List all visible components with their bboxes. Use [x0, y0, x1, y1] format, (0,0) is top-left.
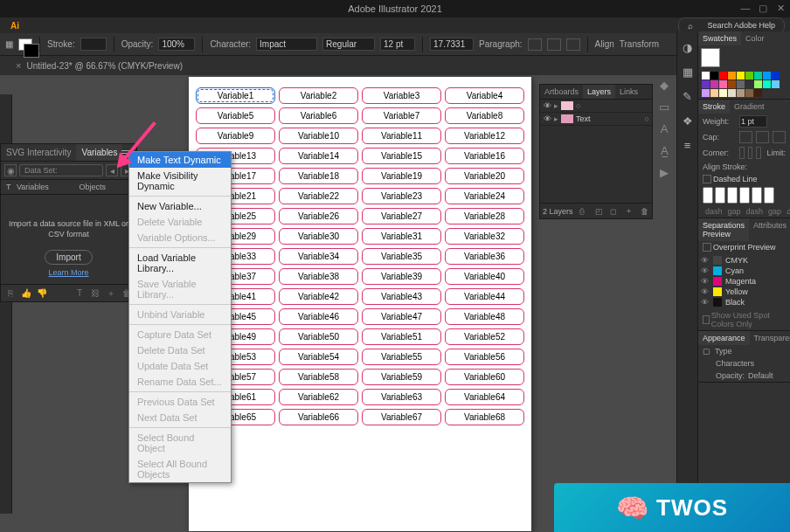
- variable-cell[interactable]: Variable63: [362, 389, 441, 405]
- swatch[interactable]: [745, 72, 753, 79]
- swatch[interactable]: [737, 89, 745, 97]
- chevron-right-icon[interactable]: ▸: [554, 114, 558, 123]
- variable-cell[interactable]: Variable3: [362, 87, 441, 104]
- variable-cell[interactable]: Variable31: [362, 228, 441, 245]
- separation-row[interactable]: 👁CMYK: [701, 255, 787, 266]
- swatch[interactable]: [719, 72, 727, 79]
- variable-cell[interactable]: Variable11: [362, 128, 441, 144]
- variable-cell[interactable]: Variable19: [362, 168, 441, 184]
- menu-load-library[interactable]: Load Variable Library...: [129, 250, 231, 276]
- variable-cell[interactable]: Variable44: [445, 288, 524, 305]
- tab-swatches[interactable]: Swatches: [698, 31, 741, 45]
- align-center-icon[interactable]: [547, 38, 561, 51]
- variable-cell[interactable]: Variable18: [279, 168, 358, 184]
- learn-more-link[interactable]: Learn More: [1, 266, 136, 284]
- target-icon[interactable]: ○: [576, 101, 580, 110]
- minimize-icon[interactable]: —: [739, 2, 752, 14]
- corner-miter-icon[interactable]: [739, 147, 745, 159]
- tab-transparency[interactable]: Transparency: [750, 331, 790, 345]
- visibility-icon[interactable]: 👁: [701, 277, 710, 286]
- menu-new-variable[interactable]: New Variable...: [129, 198, 231, 214]
- variable-cell[interactable]: Variable8: [445, 107, 524, 124]
- import-button[interactable]: Import: [45, 250, 92, 265]
- variable-cell[interactable]: Variable43: [362, 288, 441, 305]
- dash-input[interactable]: [715, 187, 725, 204]
- dash-input[interactable]: [752, 187, 762, 204]
- swatch[interactable]: [728, 72, 736, 79]
- tab-links[interactable]: Links: [615, 85, 642, 99]
- tab-gradient[interactable]: Gradient: [730, 100, 769, 114]
- maximize-icon[interactable]: ▢: [757, 2, 769, 14]
- new-sublayer-icon[interactable]: ◻: [610, 207, 619, 216]
- tab-layers[interactable]: Layers: [583, 85, 615, 99]
- variable-cell[interactable]: Variable22: [279, 188, 358, 204]
- brushes-icon[interactable]: ✎: [681, 89, 695, 103]
- weight-input[interactable]: [739, 115, 767, 128]
- swatch[interactable]: [719, 89, 727, 97]
- new-layer-icon[interactable]: ＋: [625, 205, 634, 217]
- visibility-icon[interactable]: 👁: [543, 114, 551, 123]
- visibility-icon[interactable]: 👁: [701, 266, 710, 275]
- variable-cell[interactable]: Variable2: [279, 87, 358, 104]
- tab-svg-interactivity[interactable]: SVG Interactivity: [1, 144, 76, 161]
- variable-cell[interactable]: Variable46: [279, 308, 358, 325]
- stroke-weight-input[interactable]: [80, 38, 107, 51]
- variable-cell[interactable]: Variable6: [279, 107, 358, 124]
- swatch[interactable]: [737, 80, 745, 88]
- document-tab[interactable]: × Untitled-23* @ 66.67% (CMYK/Preview): [9, 58, 190, 73]
- swatch[interactable]: [754, 72, 762, 79]
- corner-bevel-icon[interactable]: [756, 147, 761, 159]
- tab-stroke[interactable]: Stroke: [698, 100, 730, 114]
- cap-square-icon[interactable]: [773, 131, 786, 143]
- swatch[interactable]: [745, 89, 753, 97]
- swatch[interactable]: [754, 89, 762, 97]
- swatch[interactable]: [737, 72, 745, 79]
- variable-cell[interactable]: Variable14: [279, 148, 358, 164]
- tab-artboards[interactable]: Artboards: [540, 85, 583, 99]
- variable-cell[interactable]: Variable4: [445, 87, 524, 104]
- zoom-input[interactable]: [430, 38, 474, 51]
- dash-input[interactable]: [727, 187, 738, 204]
- cap-round-icon[interactable]: [756, 131, 769, 143]
- spot-only-checkbox[interactable]: [703, 315, 710, 324]
- color-icon[interactable]: ◑: [681, 40, 695, 54]
- variable-cell[interactable]: Variable26: [279, 208, 358, 225]
- dash-input[interactable]: [764, 187, 774, 204]
- variable-cell[interactable]: Variable48: [445, 308, 524, 325]
- menu-make-text-dynamic[interactable]: Make Text Dynamic: [129, 152, 231, 168]
- new-variable-icon[interactable]: ＋: [105, 287, 117, 300]
- variable-cell[interactable]: Variable40: [445, 268, 524, 285]
- font-style-input[interactable]: [322, 38, 375, 51]
- swatch[interactable]: [763, 72, 771, 79]
- swatch[interactable]: [728, 89, 736, 97]
- variable-cell[interactable]: Variable10: [279, 128, 358, 144]
- swatch[interactable]: [719, 80, 727, 88]
- close-icon[interactable]: ✕: [774, 2, 787, 14]
- swatch[interactable]: [728, 80, 736, 88]
- variable-cell[interactable]: Variable30: [279, 228, 358, 245]
- xml-id-icon[interactable]: ⎘: [4, 287, 17, 300]
- variable-cell[interactable]: Variable67: [362, 409, 441, 425]
- close-tab-icon[interactable]: ×: [16, 60, 21, 71]
- swatch[interactable]: [710, 80, 718, 88]
- variable-cell[interactable]: Variable7: [362, 107, 441, 124]
- layer-row[interactable]: 👁▸○: [540, 100, 652, 113]
- target-icon[interactable]: ○: [645, 114, 649, 123]
- variable-cell[interactable]: Variable1: [196, 87, 275, 104]
- artboard[interactable]: Variable1Variable2Variable3Variable4Vari…: [189, 77, 531, 531]
- overprint-checkbox[interactable]: [703, 243, 711, 252]
- separation-row[interactable]: 👁Yellow: [701, 287, 787, 297]
- variable-cell[interactable]: Variable39: [362, 268, 441, 285]
- font-family-input[interactable]: [256, 38, 317, 51]
- play-icon[interactable]: ▶: [660, 166, 669, 179]
- variable-cell[interactable]: Variable12: [445, 128, 524, 144]
- thumbs-up-icon[interactable]: 👍: [20, 287, 32, 300]
- visibility-icon[interactable]: 👁: [543, 101, 551, 110]
- variable-cell[interactable]: Variable20: [445, 168, 524, 184]
- dataset-dropdown[interactable]: Data Set:: [19, 164, 103, 176]
- tab-appearance[interactable]: Appearance: [698, 331, 750, 345]
- separation-row[interactable]: 👁Cyan: [701, 266, 787, 276]
- align-left-icon[interactable]: [528, 38, 542, 51]
- variable-cell[interactable]: Variable35: [362, 248, 441, 265]
- font-size-input[interactable]: [380, 38, 415, 51]
